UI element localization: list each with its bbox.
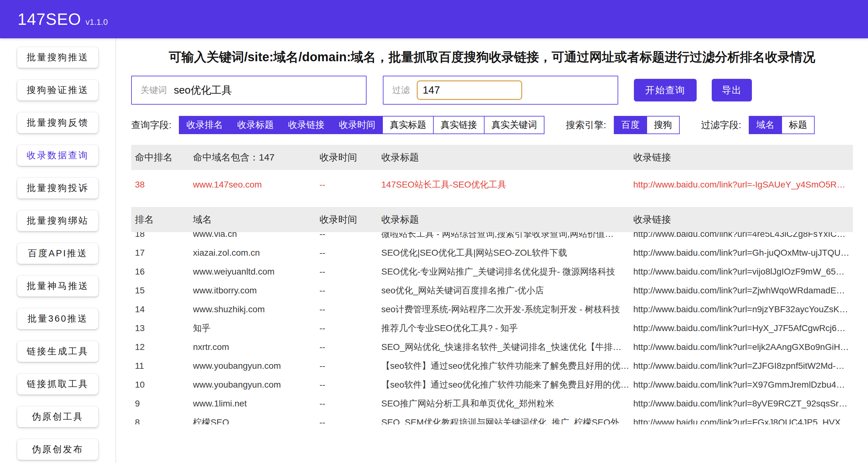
hit-time-cell: -- (319, 180, 381, 190)
hit-title-cell: 147SEO站长工具-SEO优化工具 (381, 179, 633, 191)
result-table-row: 18 www.via.cn -- 微啦站长工具 - 网站综合查询,搜索引擎收录查… (131, 232, 853, 243)
sidebar-item[interactable]: 批量搜狗绑站 (17, 210, 98, 231)
hit-table: 命中排名 命中域名包含：147 收录时间 收录标题 收录链接 38 www.14… (131, 145, 853, 199)
query-field-option[interactable]: 真实链接 (433, 116, 485, 134)
export-button[interactable]: 导出 (712, 79, 752, 102)
sidebar-item[interactable]: 链接生成工具 (17, 341, 98, 362)
app-name: 147SEO (18, 10, 81, 28)
result-time-cell: -- (319, 399, 381, 409)
hit-table-row: 38 www.147seo.com -- 147SEO站长工具-SEO优化工具 … (131, 170, 853, 199)
query-fields-label: 查询字段: (131, 119, 171, 132)
sidebar-item[interactable]: 链接抓取工具 (17, 374, 98, 395)
sidebar-item[interactable]: 伪原创工具 (17, 406, 98, 427)
filter-field-group: 域名 标题 (749, 116, 815, 134)
result-link-cell[interactable]: http://www.baidu.com/link?url=HyX_J7F5Af… (633, 323, 853, 333)
result-title-cell: 【seo软件】通过seo优化推广软件功能来了解免费且好用的优… (381, 360, 633, 372)
filter-field-label: 过滤字段: (701, 119, 741, 132)
result-rank-cell: 9 (131, 399, 193, 409)
result-link-cell[interactable]: http://www.baidu.com/link?url=FGxJ8QUC4J… (633, 417, 853, 424)
result-table-viewport[interactable]: 18 www.via.cn -- 微啦站长工具 - 网站综合查询,搜索引擎收录查… (131, 232, 853, 424)
result-link-cell[interactable]: http://www.baidu.com/link?url=4re5L43iCZ… (633, 232, 853, 239)
query-field-option-label: 收录排名 (186, 119, 223, 131)
filter-input-group: 过滤 147 (383, 76, 618, 105)
sidebar-item[interactable]: 批量360推送 (17, 309, 98, 329)
result-link-cell[interactable]: http://www.baidu.com/link?url=ZJFGI8zpnf… (633, 361, 853, 371)
keyword-input-value: seo优化工具 (174, 83, 232, 97)
result-domain-cell: nxrtr.com (193, 342, 319, 352)
result-time-cell: -- (319, 342, 381, 352)
hit-column-domain: 命中域名包含：147 (193, 151, 319, 164)
result-table-body: 18 www.via.cn -- 微啦站长工具 - 网站综合查询,搜索引擎收录查… (131, 232, 853, 424)
result-table-row: 13 知乎 -- 推荐几个专业SEO优化工具? - 知乎 http://www.… (131, 319, 853, 338)
result-column-time: 收录时间 (319, 213, 381, 226)
result-rank-cell: 15 (131, 286, 193, 296)
result-link-cell[interactable]: http://www.baidu.com/link?url=vijo8lJgIO… (633, 267, 853, 277)
main-panel: 可输入关键词/site:域名/domain:域名，批量抓取百度搜狗收录链接，可通… (116, 38, 868, 463)
sidebar: 批量搜狗推送 搜狗验证推送 批量搜狗反馈 收录数据查询 批量搜狗投诉 批量搜狗绑… (0, 38, 116, 463)
sidebar-item-label: 收录数据查询 (27, 149, 89, 162)
search-engine-option-label: 百度 (621, 119, 640, 131)
search-engine-option[interactable]: 百度 (614, 116, 647, 134)
result-link-cell[interactable]: http://www.baidu.com/link?url=eljk2AAngG… (633, 342, 853, 352)
result-rank-cell: 18 (131, 232, 193, 239)
result-link-cell[interactable]: http://www.baidu.com/link?url=n9jzYBF32a… (633, 305, 853, 314)
sidebar-item[interactable]: 收录数据查询 (17, 145, 98, 166)
query-field-option[interactable]: 收录链接 (281, 116, 332, 134)
sidebar-item[interactable]: 批量搜狗投诉 (17, 178, 98, 199)
sidebar-item[interactable]: 搜狗验证推送 (17, 80, 98, 100)
result-time-cell: -- (319, 232, 381, 239)
sidebar-item[interactable]: 批量搜狗推送 (17, 47, 98, 68)
sidebar-item-label: 伪原创发布 (32, 443, 84, 456)
result-time-cell: -- (319, 361, 381, 371)
keyword-input[interactable]: 关键词 seo优化工具 (131, 76, 367, 105)
sidebar-item[interactable]: 批量搜狗反馈 (17, 112, 98, 133)
result-rank-cell: 8 (131, 417, 193, 424)
result-link-cell[interactable]: http://www.baidu.com/link?url=Gh-juQOxMt… (633, 248, 853, 258)
query-field-option[interactable]: 真实关键词 (484, 116, 545, 134)
result-table-row: 10 www.youbangyun.com -- 【seo软件】通过seo优化推… (131, 375, 853, 394)
query-row: 关键词 seo优化工具 过滤 147 开始查询 导出 (131, 76, 853, 105)
result-time-cell: -- (319, 380, 381, 390)
page-title: 可输入关键词/site:域名/domain:域名，批量抓取百度搜狗收录链接，可通… (131, 48, 853, 66)
app-logo: 147SEOv1.1.0 (18, 10, 107, 29)
result-title-cell: SEO_网站优化_快速排名软件_关键词排名_快速优化【牛排系… (381, 341, 633, 353)
hit-table-body: 38 www.147seo.com -- 147SEO站长工具-SEO优化工具 … (131, 170, 853, 199)
result-title-cell: SEO推广网站分析工具和单页优化_郑州粒米 (381, 398, 633, 410)
query-field-option[interactable]: 收录时间 (331, 116, 383, 134)
filter-input-label: 过滤 (392, 84, 410, 96)
filter-field-option[interactable]: 域名 (749, 116, 782, 134)
sidebar-item-label: 百度API推送 (28, 247, 88, 260)
result-title-cell: seo优化_网站关键词百度排名推广-优小店 (381, 285, 633, 296)
search-engine-option-label: 搜狗 (654, 119, 672, 131)
hit-table-header: 命中排名 命中域名包含：147 收录时间 收录标题 收录链接 (131, 145, 853, 170)
start-query-button[interactable]: 开始查询 (634, 79, 697, 102)
filter-input[interactable]: 147 (417, 80, 522, 100)
filter-field-option-label: 标题 (789, 119, 807, 131)
result-table-row: 8 柠檬SEO -- SEO_SEM优化教程培训与网站关键词优化_推广_柠檬SE… (131, 413, 853, 424)
app-version: v1.1.0 (86, 17, 108, 27)
sidebar-item[interactable]: 批量神马推送 (17, 276, 98, 296)
hit-column-title: 收录标题 (381, 151, 633, 164)
query-field-option-label: 真实标题 (390, 119, 426, 131)
result-link-cell[interactable]: http://www.baidu.com/link?url=8yVE9RCZT_… (633, 399, 853, 409)
query-field-option[interactable]: 收录标题 (230, 116, 281, 134)
query-field-option-label: 收录链接 (288, 119, 324, 131)
result-table-row: 17 xiazai.zol.com.cn -- SEO优化|SEO优化工具|网站… (131, 243, 853, 262)
query-field-option[interactable]: 真实标题 (382, 116, 434, 134)
query-field-option[interactable]: 收录排名 (179, 116, 230, 134)
hit-link-cell[interactable]: http://www.baidu.com/link?url=-IgSAUeY_y… (633, 180, 853, 190)
result-column-rank: 排名 (131, 213, 193, 226)
result-table-row: 9 www.1limi.net -- SEO推广网站分析工具和单页优化_郑州粒米… (131, 394, 853, 413)
sidebar-item[interactable]: 伪原创发布 (17, 439, 98, 460)
query-field-option-label: 收录时间 (339, 119, 375, 131)
result-table: 排名 域名 收录时间 收录标题 收录链接 18 www.via.cn -- 微啦… (131, 207, 853, 424)
result-rank-cell: 10 (131, 380, 193, 390)
result-table-row: 12 nxrtr.com -- SEO_网站优化_快速排名软件_关键词排名_快速… (131, 338, 853, 356)
search-engine-option[interactable]: 搜狗 (646, 116, 680, 134)
result-link-cell[interactable]: http://www.baidu.com/link?url=ZjwhWqoWRd… (633, 286, 853, 296)
filter-field-option[interactable]: 标题 (781, 116, 815, 134)
result-time-cell: -- (319, 248, 381, 258)
sidebar-item[interactable]: 百度API推送 (17, 243, 98, 264)
result-link-cell[interactable]: http://www.baidu.com/link?url=X97GmmJrem… (633, 380, 853, 390)
sidebar-item-label: 批量神马推送 (27, 280, 89, 292)
